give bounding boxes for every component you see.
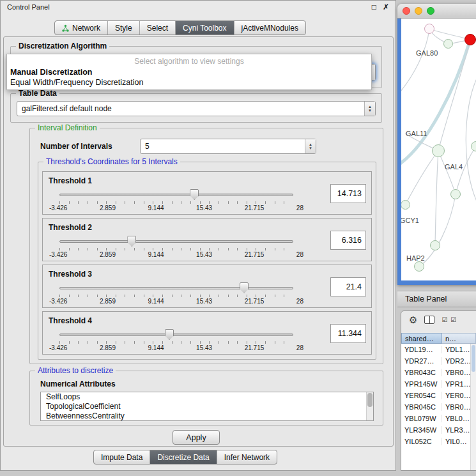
numerical-attributes-list: SelfLoops TopologicalCoefficient Between… [40, 392, 374, 421]
threshold-value-field[interactable]: 6.316 [330, 231, 366, 250]
network-node[interactable] [414, 261, 424, 272]
node-label: GAL11 [406, 130, 427, 137]
algorithm-dropdown: Select algorithm to view settings Manual… [6, 54, 372, 90]
tab-label: Infer Network [224, 453, 270, 462]
table-scrollbar-thumb[interactable] [472, 345, 475, 372]
tab-cyni-toolbox[interactable]: Cyni Toolbox [176, 21, 234, 35]
network-view-window: GAL80 GAL11 GAL4 GCY1 HAP2 [397, 4, 476, 285]
table-row[interactable]: YIL052C YIL0… [401, 436, 476, 447]
table-scrollbar[interactable] [470, 344, 476, 470]
threshold-slider[interactable] [59, 282, 293, 293]
table-row[interactable]: YDR27… YDR2… [401, 355, 476, 367]
table-row[interactable]: YDL19… YDL1… [401, 344, 476, 355]
slider-ticks [59, 201, 293, 204]
network-node[interactable] [443, 39, 453, 49]
tab-infer-network[interactable]: Infer Network [217, 450, 277, 464]
table-row[interactable]: YBR043C YBR0… [401, 367, 476, 378]
zoom-traffic-light-icon[interactable] [427, 7, 434, 15]
list-scrollbar[interactable] [366, 392, 373, 420]
close-traffic-light-icon[interactable] [403, 7, 410, 15]
scale-label: 2.859 [100, 344, 116, 351]
threshold-label: Threshold 4 [49, 316, 92, 325]
tab-label: Cyni Toolbox [183, 24, 226, 33]
list-scrollbar-thumb[interactable] [367, 393, 372, 407]
threshold-panel-1: Threshold 1 -3.426 2.859 9.144 15.43 21.… [42, 171, 372, 215]
list-item[interactable]: TopologicalCoefficient [41, 402, 373, 411]
tab-style[interactable]: Style [108, 21, 140, 35]
list-item[interactable]: BetweennessCentrality [41, 411, 373, 421]
threshold-slider[interactable] [59, 235, 293, 247]
slider-track[interactable] [59, 240, 293, 243]
scale-label: 9.144 [148, 204, 164, 211]
number-of-intervals-combo[interactable]: 5 ▲ ▼ [140, 139, 316, 154]
slider-track[interactable] [59, 287, 293, 289]
tab-network[interactable]: Network [55, 21, 108, 35]
scale-label: 15.43 [196, 344, 212, 351]
slider-scale: -3.426 2.859 9.144 15.43 21.715 28 [49, 204, 303, 211]
stepper-icon[interactable]: ▲ ▼ [305, 139, 316, 153]
cell-shared-name: YDR27… [401, 357, 442, 365]
table-panel-header: Table Panel [397, 291, 476, 307]
slider-thumb[interactable] [190, 189, 199, 200]
cell-shared-name: YBL079W [401, 415, 442, 422]
table-row[interactable]: YER054C YER0… [401, 390, 476, 401]
column-header-name[interactable]: n… [442, 333, 476, 344]
table-row[interactable]: YBL079W YBL0… [401, 413, 476, 424]
network-canvas[interactable]: GAL80 GAL11 GAL4 GCY1 HAP2 [401, 19, 476, 280]
tab-discretize-data[interactable]: Discretize Data [150, 450, 217, 464]
stepper-icon[interactable]: ▲ ▼ [364, 102, 375, 116]
node-label: GCY1 [401, 217, 419, 224]
scale-label: -3.426 [49, 298, 67, 305]
slider-thumb[interactable] [165, 329, 174, 340]
network-node[interactable] [424, 24, 434, 34]
interval-definition-title: Interval Definition [35, 123, 100, 132]
gear-icon[interactable]: ⚙ [409, 315, 417, 325]
threshold-value-field[interactable]: 14.713 [330, 184, 366, 203]
apply-button[interactable]: Apply [173, 430, 220, 445]
list-item[interactable]: SelfLoops [41, 392, 373, 402]
threshold-value-field[interactable]: 11.344 [330, 324, 366, 343]
threshold-value-field[interactable]: 21.4 [330, 277, 366, 296]
thresholds-group-title: Threshold's Coordinates for 5 Intervals [43, 157, 180, 166]
network-node-selected[interactable] [464, 34, 476, 45]
scale-label: 9.144 [148, 251, 164, 258]
network-window-titlebar [397, 4, 476, 19]
table-toolbar: ⚙ ☑ ☑ [401, 311, 476, 328]
table-data-combo[interactable]: galFiltered.sif default node ▲ ▼ [17, 101, 376, 116]
cell-shared-name: YIL052C [401, 438, 442, 445]
slider-track[interactable] [59, 334, 293, 336]
network-node[interactable] [432, 144, 445, 157]
float-icon[interactable]: □ [372, 3, 376, 12]
dropdown-placeholder-item[interactable]: Select algorithm to view settings [7, 54, 371, 67]
tab-select[interactable]: Select [140, 21, 176, 35]
minimize-traffic-light-icon[interactable] [415, 7, 422, 15]
checkbox-icons[interactable]: ☑ ☑ [441, 316, 457, 323]
network-node[interactable] [450, 189, 461, 199]
table-row[interactable]: YBR045C YBR0… [401, 401, 476, 413]
network-node[interactable] [430, 240, 440, 250]
slider-track[interactable] [59, 194, 293, 196]
cell-shared-name: YBR043C [401, 369, 442, 376]
tab-impute-data[interactable]: Impute Data [94, 450, 150, 464]
column-header-shared[interactable]: shared… [401, 333, 442, 344]
dropdown-option-equal-width-frequency[interactable]: Equal Width/Frequency Discretization [7, 77, 371, 88]
columns-icon[interactable] [424, 316, 434, 324]
close-icon[interactable]: ✗ [383, 3, 389, 12]
scale-label: 2.859 [100, 251, 116, 258]
combo-value: galFiltered.sif default node [17, 102, 364, 116]
scale-label: 15.43 [196, 251, 212, 258]
stepper-down-icon: ▼ [368, 109, 372, 112]
slider-thumb[interactable] [127, 236, 136, 247]
threshold-slider[interactable] [59, 188, 293, 200]
window-title: Control Panel [7, 3, 50, 11]
attributes-group-title: Attributes to discretize [35, 366, 116, 375]
scale-label: 9.144 [148, 298, 164, 305]
table-row[interactable]: YLR345W YLR3… [401, 424, 476, 436]
threshold-panel-4: Threshold 4 -3.426 2.859 9.144 15.43 21.… [42, 311, 372, 355]
tab-jactivemodules[interactable]: jActiveMNodules [234, 21, 305, 35]
dropdown-option-manual-discretization[interactable]: Manual Discretization [7, 67, 371, 77]
tab-label: Network [72, 24, 100, 33]
slider-thumb[interactable] [240, 282, 249, 293]
threshold-slider[interactable] [59, 328, 293, 340]
table-row[interactable]: YPR145W YPR1… [401, 378, 476, 390]
